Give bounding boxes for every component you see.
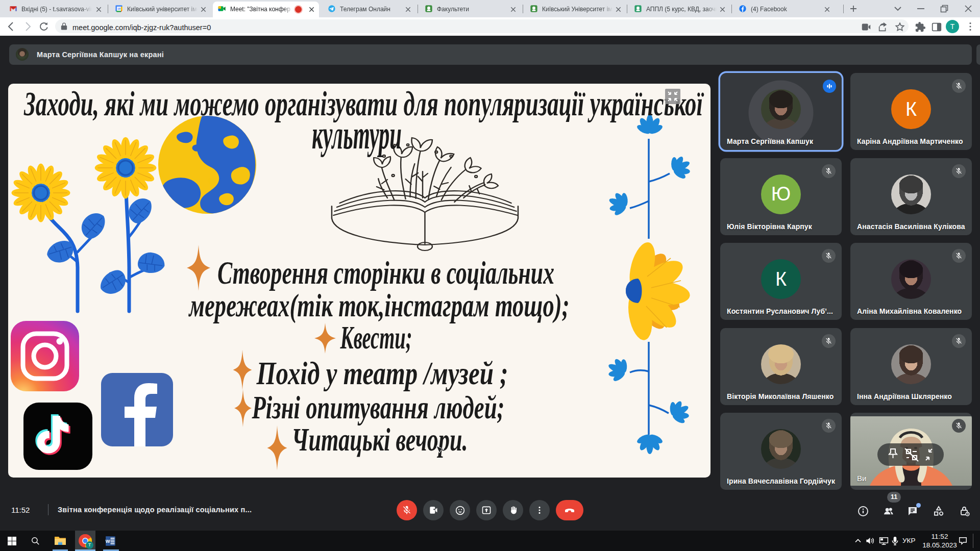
svg-text:культури: культури [312, 111, 402, 157]
svg-text:18: 18 [117, 7, 121, 10]
svg-text:Похід у театр /музей ;: Похід у театр /музей ; [256, 356, 508, 391]
svg-text:мережеах(тік ток,інстаграм тощ: мережеах(тік ток,інстаграм тощо); [188, 288, 570, 324]
svg-text:Читацькі вечори.: Читацькі вечори. [292, 422, 468, 457]
svg-text:Різні опитування людей;: Різні опитування людей; [252, 390, 505, 425]
svg-text:Квести;: Квести; [340, 320, 412, 355]
svg-text:W: W [106, 539, 110, 544]
svg-text:Створення сторінки в соціальни: Створення сторінки в соціальних [217, 256, 554, 290]
